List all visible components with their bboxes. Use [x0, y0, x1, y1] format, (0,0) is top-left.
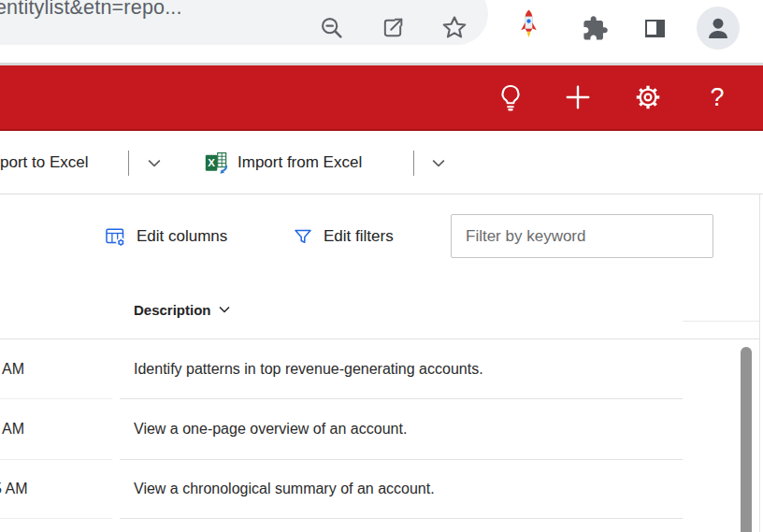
gear-icon [634, 83, 662, 111]
excel-import-icon: X [205, 151, 229, 175]
import-from-excel-button-icon-area[interactable]: X [205, 135, 229, 191]
table-row[interactable]: AM Identify patterns in top revenue-gene… [0, 339, 759, 399]
export-to-excel-label: port to Excel [0, 153, 89, 172]
extensions-button[interactable] [579, 12, 611, 44]
import-from-excel-button[interactable]: Import from Excel [238, 135, 362, 191]
chevron-down-icon [219, 306, 230, 313]
side-panel-button[interactable] [639, 12, 670, 44]
profile-avatar[interactable] [697, 7, 740, 50]
edit-filters-button[interactable]: Edit filters [293, 215, 394, 258]
puzzle-icon [582, 15, 609, 42]
rocket-icon [518, 8, 540, 43]
table-row[interactable]: 5 AM View a chronological summary of an … [0, 460, 759, 519]
table-row[interactable]: AM View a one-page overview of an accoun… [0, 399, 759, 460]
settings-button[interactable] [631, 80, 665, 114]
edit-columns-button[interactable]: Edit columns [105, 215, 227, 258]
command-divider [413, 135, 414, 191]
command-bar: port to Excel X Import from Excel [0, 131, 763, 194]
cell-description: View a chronological summary of an accou… [120, 460, 683, 519]
vertical-scrollbar[interactable] [741, 347, 752, 532]
cell-modified-time: AM [0, 339, 112, 399]
edit-filters-label: Edit filters [324, 227, 394, 246]
person-icon [703, 13, 733, 43]
rocket-extension-button[interactable] [512, 9, 544, 41]
edit-columns-label: Edit columns [137, 227, 227, 246]
column-header-description[interactable]: Description [134, 280, 230, 338]
address-bar[interactable]: e=entitylist&etn=repo... [0, 0, 488, 45]
share-icon [380, 15, 406, 41]
import-from-excel-label: Import from Excel [238, 153, 362, 172]
url-text[interactable]: e=entitylist&etn=repo... [0, 0, 182, 32]
chevron-down-icon [148, 159, 161, 167]
edit-columns-icon [105, 226, 126, 248]
filter-funnel-icon [293, 226, 313, 247]
cell-description: Identify patterns in top revenue-generat… [120, 339, 683, 399]
question-mark-icon: ? [710, 83, 724, 112]
cell-modified-time: AM [0, 399, 112, 460]
plus-icon [564, 83, 592, 111]
svg-text:X: X [208, 157, 215, 168]
share-button[interactable] [377, 12, 409, 44]
command-divider [128, 135, 129, 191]
suggestions-button[interactable] [494, 80, 527, 114]
bookmark-star-icon [440, 14, 468, 42]
side-panel-icon [645, 20, 665, 37]
screen: e=entitylist&etn=repo... [0, 0, 763, 532]
zoom-out-button[interactable] [316, 12, 348, 44]
browser-toolbar: e=entitylist&etn=repo... [0, 0, 763, 65]
bookmark-button[interactable] [439, 12, 470, 44]
help-button[interactable]: ? [700, 80, 734, 114]
export-to-excel-dropdown[interactable] [148, 135, 161, 191]
zoom-out-icon [319, 15, 345, 41]
filter-by-keyword-input[interactable] [451, 214, 713, 258]
grid-edge-divider [683, 321, 759, 322]
add-button[interactable] [561, 80, 595, 114]
panel-right-border [759, 194, 760, 532]
import-from-excel-dropdown[interactable] [432, 135, 445, 191]
chevron-down-icon [432, 159, 445, 167]
cell-description: View a one-page overview of an account. [120, 399, 683, 460]
app-header: ? [0, 65, 763, 131]
lightbulb-icon [496, 82, 525, 112]
column-header-label: Description [134, 302, 211, 318]
cell-modified-time: 5 AM [0, 460, 112, 519]
export-to-excel-button[interactable]: port to Excel [0, 135, 89, 191]
grid-panel: Edit columns Edit filters Description AM… [0, 194, 763, 532]
